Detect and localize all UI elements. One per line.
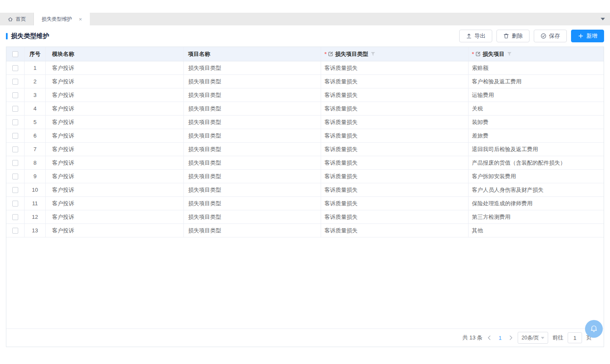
check-circle-icon: [541, 33, 546, 39]
cell-loss-type[interactable]: 客诉质量损失: [321, 75, 469, 88]
cell-index: 4: [25, 102, 46, 115]
table-body: 1 客户投诉 损失项目类型 客诉质量损失 索赔额 2 客户投诉 损失项目类型 客…: [6, 61, 604, 237]
header-module: 模块名称: [46, 47, 184, 61]
delete-button[interactable]: 删除: [496, 30, 530, 42]
cell-loss-item[interactable]: 其他: [469, 224, 604, 237]
cell-index: 13: [25, 224, 46, 237]
cell-module: 客户投诉: [46, 210, 184, 223]
chevron-left-icon[interactable]: [487, 335, 492, 340]
table-row: 1 客户投诉 损失项目类型 客诉质量损失 索赔额: [6, 61, 604, 75]
cell-loss-item[interactable]: 第三方检测费用: [469, 210, 604, 223]
cell-index: 12: [25, 210, 46, 223]
row-checkbox[interactable]: [12, 214, 18, 220]
cell-module: 客户投诉: [46, 170, 184, 183]
edit-icon: [328, 51, 333, 57]
row-checkbox[interactable]: [12, 160, 18, 166]
row-checkbox[interactable]: [12, 146, 18, 152]
row-checkbox[interactable]: [12, 92, 18, 98]
row-checkbox[interactable]: [12, 201, 18, 207]
cell-loss-item[interactable]: 退回我司后检验及返工费用: [469, 143, 604, 156]
cell-project: 损失项目类型: [184, 197, 321, 210]
row-checkbox[interactable]: [12, 133, 18, 139]
cell-index: 7: [25, 143, 46, 156]
page-title: 损失类型维护: [6, 32, 49, 40]
row-checkbox[interactable]: [12, 174, 18, 179]
save-button[interactable]: 保存: [534, 30, 567, 42]
cell-loss-type[interactable]: 客诉质量损失: [321, 143, 469, 156]
row-checkbox-cell: [6, 224, 25, 237]
cell-loss-item[interactable]: 装卸费: [469, 116, 604, 129]
row-checkbox-cell: [6, 170, 25, 183]
cell-loss-type[interactable]: 客诉质量损失: [321, 170, 469, 183]
pagination-bar: 共 13 条 1 20条/页 前往 页: [6, 328, 604, 347]
cell-loss-item[interactable]: 差旅费: [469, 129, 604, 142]
row-checkbox[interactable]: [12, 79, 18, 85]
filter-icon[interactable]: [371, 52, 375, 56]
cell-loss-item[interactable]: 运输费用: [469, 88, 604, 102]
table-row: 12 客户投诉 损失项目类型 客诉质量损失 第三方检测费用: [6, 210, 604, 224]
cell-loss-item[interactable]: 保险处理造成的律师费用: [469, 197, 604, 210]
cell-project: 损失项目类型: [184, 116, 321, 129]
tab-home[interactable]: 首页: [0, 13, 34, 25]
cell-loss-type[interactable]: 客诉质量损失: [321, 183, 469, 196]
tab-active-label: 损失类型维护: [42, 16, 72, 23]
cell-loss-type[interactable]: 客诉质量损失: [321, 61, 469, 74]
cell-loss-type[interactable]: 客诉质量损失: [321, 102, 469, 115]
pagination-page-1[interactable]: 1: [496, 335, 504, 341]
table-row: 9 客户投诉 损失项目类型 客诉质量损失 客户拆卸安装费用: [6, 170, 604, 183]
goto-page-input[interactable]: [568, 332, 582, 343]
tab-home-label: 首页: [16, 16, 26, 23]
page-title-text: 损失类型维护: [11, 32, 49, 40]
cell-loss-item[interactable]: 客户检验及返工费用: [469, 75, 604, 88]
required-marker: *: [324, 51, 327, 57]
page-size-select[interactable]: 20条/页: [518, 332, 548, 344]
cell-module: 客户投诉: [46, 224, 184, 237]
bell-icon: [589, 324, 599, 334]
cell-loss-item[interactable]: 客户人员人身伤害及财产损失: [469, 183, 604, 196]
cell-loss-type[interactable]: 客诉质量损失: [321, 224, 469, 237]
row-checkbox-cell: [6, 197, 25, 210]
add-button[interactable]: 新增: [571, 30, 604, 42]
cell-project: 损失项目类型: [184, 143, 321, 156]
add-button-label: 新增: [586, 32, 597, 40]
cell-project: 损失项目类型: [184, 102, 321, 115]
select-all-checkbox[interactable]: [12, 51, 18, 57]
cell-index: 6: [25, 129, 46, 142]
cell-loss-type[interactable]: 客诉质量损失: [321, 116, 469, 129]
table-row: 6 客户投诉 损失项目类型 客诉质量损失 差旅费: [6, 129, 604, 143]
cell-loss-type[interactable]: 客诉质量损失: [321, 156, 469, 169]
tab-loss-type-maintenance[interactable]: 损失类型维护 ×: [34, 13, 90, 25]
chevron-right-icon[interactable]: [508, 335, 513, 340]
title-accent-bar: [6, 33, 8, 39]
cell-loss-item[interactable]: 索赔额: [469, 61, 604, 74]
cell-module: 客户投诉: [46, 156, 184, 169]
row-checkbox-cell: [6, 61, 25, 74]
row-checkbox[interactable]: [12, 119, 18, 125]
row-checkbox[interactable]: [12, 65, 18, 71]
table-row: 13 客户投诉 损失项目类型 客诉质量损失 其他: [6, 224, 604, 237]
cell-module: 客户投诉: [46, 129, 184, 142]
notification-bell-button[interactable]: [585, 320, 603, 338]
trash-icon: [503, 33, 509, 39]
cell-module: 客户投诉: [46, 197, 184, 210]
row-checkbox-cell: [6, 129, 25, 142]
cell-loss-type[interactable]: 客诉质量损失: [321, 210, 469, 223]
row-checkbox[interactable]: [12, 106, 18, 112]
close-icon[interactable]: ×: [79, 17, 82, 22]
row-checkbox-cell: [6, 143, 25, 156]
save-button-label: 保存: [549, 32, 560, 40]
cell-loss-item[interactable]: 产品报废的货值（含装配的配件损失）: [469, 156, 604, 169]
cell-index: 8: [25, 156, 46, 169]
cell-loss-type[interactable]: 客诉质量损失: [321, 88, 469, 102]
cell-loss-type[interactable]: 客诉质量损失: [321, 197, 469, 210]
cell-loss-item[interactable]: 客户拆卸安装费用: [469, 170, 604, 183]
table-row: 7 客户投诉 损失项目类型 客诉质量损失 退回我司后检验及返工费用: [6, 143, 604, 156]
row-checkbox[interactable]: [12, 228, 18, 234]
export-button[interactable]: 导出: [459, 30, 492, 42]
cell-project: 损失项目类型: [184, 75, 321, 88]
cell-loss-item[interactable]: 关税: [469, 102, 604, 115]
row-checkbox[interactable]: [12, 187, 18, 193]
cell-loss-type[interactable]: 客诉质量损失: [321, 129, 469, 142]
chevron-down-icon[interactable]: [601, 18, 605, 20]
filter-icon[interactable]: [507, 52, 512, 56]
